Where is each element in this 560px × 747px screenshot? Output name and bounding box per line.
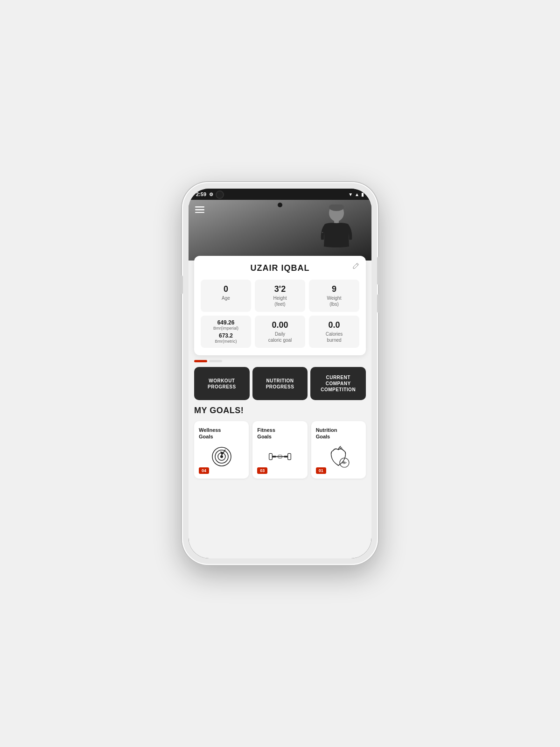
- wifi-icon: ▼: [348, 192, 353, 197]
- signal-icon: ▲: [355, 192, 359, 197]
- phone-screen: 2:59 ⚙ 🔋 ▼ ▲ ▮: [189, 189, 371, 558]
- bmr-imperial-label: Bmr(imperial): [204, 326, 247, 331]
- svg-rect-16: [288, 453, 291, 459]
- stats-bottom-row: 649.26 Bmr(imperial) 673.2 Bmr(metric) 0…: [201, 316, 359, 348]
- svg-rect-1: [195, 209, 204, 211]
- hero-figure: [315, 204, 357, 261]
- phone-device: 2:59 ⚙ 🔋 ▼ ▲ ▮: [182, 182, 378, 565]
- power-button: [377, 257, 380, 285]
- svg-point-9: [220, 455, 223, 458]
- calories-burned-value: 0.0: [313, 320, 356, 330]
- goals-grid: WellnessGoals: [194, 421, 366, 479]
- svg-rect-0: [195, 206, 204, 208]
- edit-icon[interactable]: [353, 262, 359, 269]
- nutrition-progress-button[interactable]: NUTRITIONPROGRESS: [252, 367, 308, 400]
- wellness-goals-card[interactable]: WellnessGoals: [194, 421, 249, 479]
- bmr-stat: 649.26 Bmr(imperial) 673.2 Bmr(metric): [201, 316, 251, 348]
- age-value: 0: [204, 284, 247, 294]
- dot-active: [194, 360, 207, 362]
- menu-icon[interactable]: [195, 206, 204, 213]
- battery-full-icon: ▮: [361, 192, 364, 197]
- svg-rect-12: [269, 453, 273, 459]
- weight-value: 9: [313, 284, 356, 294]
- daily-caloric-stat: 0.00 Dailycaloric goal: [255, 316, 305, 348]
- weight-label: Weight(lbs): [313, 295, 356, 307]
- svg-rect-15: [284, 456, 287, 457]
- dot-inactive: [209, 360, 222, 362]
- front-camera: [216, 190, 224, 199]
- stats-top-row: 0 Age 3'2 Height(feet) 9 Weight(lbs): [201, 280, 359, 312]
- daily-caloric-value: 0.00: [259, 320, 301, 330]
- wellness-goals-title: WellnessGoals: [199, 427, 244, 440]
- fitness-goals-badge: 03: [257, 467, 267, 474]
- profile-name: UZAIR IQBAL: [201, 263, 359, 273]
- status-right: ▼ ▲ ▮: [348, 192, 364, 197]
- wellness-goals-icon: [210, 445, 233, 468]
- weight-stat: 9 Weight(lbs): [309, 280, 359, 312]
- settings-icon: ⚙: [209, 192, 213, 197]
- age-stat: 0 Age: [201, 280, 251, 312]
- daily-caloric-label: Dailycaloric goal: [259, 331, 301, 343]
- fitness-goals-title: FitnessGoals: [257, 427, 302, 440]
- goals-section: MY GOALS! WellnessGoals: [189, 406, 371, 488]
- age-label: Age: [204, 295, 247, 301]
- nutrition-goals-badge: 01: [316, 467, 326, 474]
- volume-left-button: [180, 275, 183, 294]
- height-label: Height(feet): [259, 295, 301, 307]
- nutrition-goals-card[interactable]: NutritionGoals: [311, 421, 366, 479]
- nutrition-goals-icon: [327, 445, 350, 468]
- volume-button: [377, 294, 380, 313]
- svg-rect-14: [276, 456, 284, 457]
- wellness-goals-badge: 04: [199, 467, 209, 474]
- profile-card: UZAIR IQBAL 0 Age 3'2 Height(feet) 9 Wei…: [194, 256, 366, 355]
- bmr-imperial-value: 649.26: [204, 319, 247, 326]
- calories-burned-stat: 0.0 Caloriesburned: [309, 316, 359, 348]
- nutrition-goals-title: NutritionGoals: [316, 427, 361, 440]
- bmr-metric-label: Bmr(metric): [204, 339, 247, 344]
- company-competition-button[interactable]: CURRENT COMPANYCOMPETITION: [310, 367, 366, 400]
- selfie-camera: [278, 203, 282, 207]
- screen-content: UZAIR IQBAL 0 Age 3'2 Height(feet) 9 Wei…: [189, 200, 371, 558]
- svg-rect-2: [195, 212, 204, 213]
- svg-rect-5: [334, 219, 339, 223]
- fitness-goals-card[interactable]: FitnessGoals: [252, 421, 307, 479]
- height-stat: 3'2 Height(feet): [255, 280, 305, 312]
- time-display: 2:59: [196, 191, 206, 197]
- action-buttons: WORKOUTPROGRESS NUTRITIONPROGRESS CURREN…: [189, 367, 371, 400]
- speaker: [266, 192, 294, 196]
- goals-title: MY GOALS!: [194, 406, 366, 416]
- svg-rect-13: [272, 456, 276, 457]
- height-value: 3'2: [259, 284, 301, 294]
- progress-indicator: [189, 355, 371, 367]
- bmr-metric-value: 673.2: [204, 332, 247, 339]
- hero-section: [189, 200, 371, 261]
- calories-burned-label: Caloriesburned: [313, 331, 356, 343]
- fitness-goals-icon: [268, 445, 292, 468]
- workout-progress-button[interactable]: WORKOUTPROGRESS: [194, 367, 250, 400]
